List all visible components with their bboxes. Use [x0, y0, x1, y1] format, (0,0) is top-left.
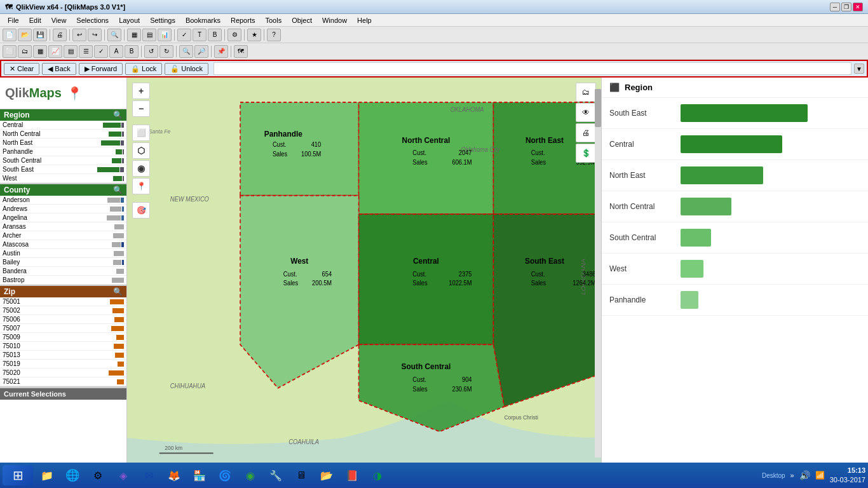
county-item-andrews[interactable]: Andrews [0, 205, 126, 214]
tb-layout[interactable]: ▦ [127, 29, 141, 41]
right-south-east[interactable]: South East [602, 98, 868, 129]
region-item-west[interactable]: West [0, 174, 126, 183]
close-button[interactable]: ✕ [853, 3, 863, 11]
tb-bookmark[interactable]: ★ [247, 29, 261, 41]
right-north-central[interactable]: North Central [602, 191, 868, 222]
tb2-9[interactable]: B [125, 45, 139, 58]
zip-75002[interactable]: 75002 [0, 306, 126, 315]
taskbar-visualstudio-icon[interactable]: ◈ [112, 465, 135, 485]
map-area[interactable]: NEW MEXICO OKLAHOMA Oklahoma City Santa … [127, 78, 601, 463]
zip-75001[interactable]: 75001 [0, 297, 126, 306]
menu-bookmarks[interactable]: Bookmarks [180, 15, 226, 25]
print-button[interactable]: 🖨 [576, 123, 596, 142]
zoom-out-button[interactable]: − [132, 100, 150, 117]
tb-settings[interactable]: ⚙ [227, 29, 241, 41]
taskbar-pdf-icon[interactable]: 📕 [341, 465, 363, 485]
selection-input[interactable] [214, 62, 851, 75]
volume-icon[interactable]: 🔊 [799, 470, 810, 480]
taskbar-explorer-icon[interactable]: 📁 [36, 465, 58, 485]
region-item-south-east[interactable]: South East [0, 165, 126, 174]
tb-help[interactable]: ? [267, 29, 281, 41]
tb2-4[interactable]: 📈 [48, 45, 62, 58]
show-desktop-label[interactable]: Desktop [762, 472, 785, 479]
county-item-bandera[interactable]: Bandera [0, 267, 126, 276]
tb2-6[interactable]: ☰ [79, 45, 93, 58]
tb-open[interactable]: 📂 [18, 29, 32, 41]
taskbar-qlik-icon[interactable]: ◑ [366, 465, 389, 485]
zip-75013[interactable]: 75013 [0, 351, 126, 360]
zoom-in-button[interactable]: + [132, 83, 150, 99]
point-select-button[interactable]: ◉ [132, 160, 150, 177]
menu-help[interactable]: Help [352, 15, 377, 25]
tb2-11[interactable]: ↻ [159, 45, 173, 58]
minimize-button[interactable]: ─ [830, 3, 840, 11]
tb-find[interactable]: 🔍 [107, 29, 121, 41]
tb2-10[interactable]: ↺ [144, 45, 158, 58]
menu-layout[interactable]: Layout [114, 15, 145, 25]
circle-select-button[interactable]: ⬡ [132, 142, 150, 159]
right-south-central[interactable]: South Central [602, 222, 868, 254]
lock-button[interactable]: 🔒 Lock [125, 63, 162, 75]
restore-button[interactable]: ❐ [841, 3, 851, 11]
zip-75010[interactable]: 75010 [0, 342, 126, 351]
network-icon[interactable]: 📶 [815, 471, 825, 480]
region-item-north-central[interactable]: North Central [0, 130, 126, 139]
clear-button[interactable]: ✕ Clear [4, 63, 39, 75]
county-item-austin[interactable]: Austin [0, 249, 126, 258]
menu-view[interactable]: View [46, 15, 72, 25]
region-search-icon[interactable]: 🔍 [113, 111, 123, 119]
tb2-13[interactable]: 🔎 [194, 45, 208, 58]
taskbar-green-icon[interactable]: ◉ [239, 465, 262, 485]
menu-reports[interactable]: Reports [226, 15, 261, 25]
start-button[interactable]: ⊞ [3, 465, 33, 485]
right-central[interactable]: Central [602, 129, 868, 160]
tb-chart[interactable]: 📊 [158, 29, 172, 41]
forward-button[interactable]: ▶ Forward [79, 63, 123, 75]
zip-75020[interactable]: 75020 [0, 369, 126, 377]
menu-window[interactable]: Window [317, 15, 352, 25]
tb2-map[interactable]: 🗺 [234, 45, 248, 58]
menu-tools[interactable]: Tools [260, 15, 287, 25]
tb2-5[interactable]: ▤ [64, 45, 78, 58]
taskbar-chrome-icon[interactable]: 🌀 [214, 465, 236, 485]
taskbar-ie-icon[interactable]: 🌐 [61, 465, 84, 485]
county-item-archer[interactable]: Archer [0, 231, 126, 240]
info-button[interactable]: 💲 [576, 144, 596, 163]
right-panhandle[interactable]: Panhandle [602, 285, 868, 316]
taskbar-settings-icon[interactable]: ⚙ [86, 465, 109, 485]
location-button[interactable]: 🎯 [132, 202, 150, 219]
zip-search-icon[interactable]: 🔍 [113, 287, 123, 296]
tb2-7[interactable]: ✓ [94, 45, 108, 58]
taskbar-outlook-icon[interactable]: ✉ [137, 465, 160, 485]
menu-settings[interactable]: Settings [145, 15, 180, 25]
county-item-bailey[interactable]: Bailey [0, 258, 126, 267]
sel-dropdown[interactable]: ▼ [854, 64, 864, 74]
map-view-button[interactable]: 👁 [576, 103, 596, 122]
region-item-panhandle[interactable]: Panhandle [0, 147, 126, 156]
menu-file[interactable]: File [3, 15, 24, 25]
tb-table[interactable]: ▤ [142, 29, 156, 41]
taskbar-folder2-icon[interactable]: 📂 [315, 465, 338, 485]
pin-button[interactable]: 📍 [132, 178, 150, 194]
taskbar-firefox-icon[interactable]: 🦊 [163, 465, 186, 485]
rectangle-select-button[interactable]: ⬜ [132, 125, 150, 141]
county-item-angelina[interactable]: Angelina [0, 214, 126, 222]
tb2-8[interactable]: A [109, 45, 123, 58]
zip-75006[interactable]: 75006 [0, 315, 126, 324]
region-item-south-central[interactable]: South Central [0, 156, 126, 165]
tb-text[interactable]: T [193, 29, 207, 41]
menu-edit[interactable]: Edit [24, 15, 46, 25]
tb2-1[interactable]: ⬜ [3, 45, 17, 58]
menu-selections[interactable]: Selections [71, 15, 114, 25]
zip-75021[interactable]: 75021 [0, 377, 126, 386]
zip-75009[interactable]: 75009 [0, 333, 126, 342]
taskbar-display-icon[interactable]: 🖥 [290, 465, 313, 485]
taskbar-store-icon[interactable]: 🏪 [188, 465, 211, 485]
tb-redo[interactable]: ↪ [88, 29, 102, 41]
county-search-icon[interactable]: 🔍 [113, 186, 123, 194]
zip-75007[interactable]: 75007 [0, 324, 126, 333]
tb-print[interactable]: 🖨 [53, 29, 67, 41]
tb-check[interactable]: ✓ [177, 29, 191, 41]
tb2-2[interactable]: 🗂 [18, 45, 32, 58]
tb-btn1[interactable]: B [208, 29, 222, 41]
